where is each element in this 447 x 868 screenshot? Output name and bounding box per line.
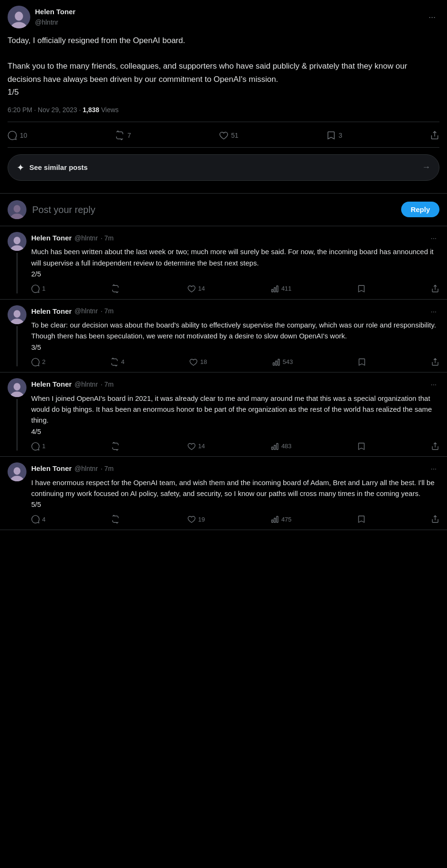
reply-views-action[interactable]: 543 — [272, 357, 293, 367]
thread-line — [17, 399, 18, 451]
svg-point-4 — [14, 237, 21, 244]
share-action[interactable] — [430, 131, 439, 140]
similar-posts-left: ✦ See similar posts — [17, 160, 88, 175]
svg-point-10 — [10, 319, 24, 324]
sparkle-icon: ✦ — [17, 160, 25, 175]
retweet-action[interactable]: 7 — [115, 131, 131, 141]
thread-line-container — [8, 462, 26, 524]
thread-line — [17, 326, 18, 367]
similar-posts-label: See similar posts — [29, 162, 88, 173]
reply-like-action[interactable]: 14 — [187, 442, 205, 451]
reply-like-count: 14 — [198, 442, 205, 451]
reply-text: I have enormous respect for the OpenAI t… — [31, 477, 439, 510]
thread-line — [17, 253, 18, 293]
comment-count: 10 — [20, 131, 27, 141]
reply-actions: 4 19 — [31, 515, 439, 524]
reply-display-name[interactable]: Helen Toner — [31, 306, 72, 317]
retweet-count: 7 — [127, 131, 131, 141]
display-name[interactable]: Helen Toner — [35, 7, 76, 18]
reply-header-left: Helen Toner @hlntnr · 7m — [31, 379, 114, 390]
arrow-right-icon: → — [422, 161, 430, 174]
reply-retweet-count: 4 — [121, 357, 124, 367]
reply-bookmark-action[interactable] — [357, 515, 366, 523]
reply-content: Helen Toner @hlntnr · 7m ··· Much has be… — [31, 232, 439, 293]
avatar — [8, 6, 30, 28]
reply-header-left: Helen Toner @hlntnr · 7m — [31, 306, 114, 317]
reply-comment-count: 1 — [42, 284, 45, 293]
reply-text: Much has been written about the last wee… — [31, 246, 439, 279]
reply-share-action[interactable] — [431, 284, 439, 293]
reply-handle[interactable]: @hlntnr — [75, 464, 98, 474]
more-icon[interactable]: ··· — [428, 462, 439, 475]
main-tweet: Helen Toner @hlntnr ··· Today, I officia… — [0, 0, 447, 194]
reply-like-action[interactable]: 14 — [187, 284, 205, 293]
reply-time: · 7m — [101, 380, 114, 390]
reply-display-name[interactable]: Helen Toner — [31, 379, 72, 390]
more-icon[interactable]: ··· — [428, 232, 439, 245]
reply-button[interactable]: Reply — [401, 202, 439, 217]
reply-retweet-action[interactable]: 4 — [110, 357, 124, 367]
more-icon[interactable]: ··· — [428, 305, 439, 318]
reply-comment-action[interactable]: 2 — [31, 357, 45, 367]
reply-header: Helen Toner @hlntnr · 7m ··· — [31, 462, 439, 475]
svg-point-19 — [14, 468, 21, 475]
reply-share-action[interactable] — [431, 358, 439, 366]
reply-retweet-action[interactable] — [111, 515, 122, 523]
reply-header-left: Helen Toner @hlntnr · 7m — [31, 233, 114, 244]
reply-header: Helen Toner @hlntnr · 7m ··· — [31, 232, 439, 245]
reply-like-action[interactable]: 18 — [189, 357, 207, 367]
reply-avatar — [8, 378, 26, 397]
reply-bookmark-action[interactable] — [357, 284, 366, 293]
thread-reply: Helen Toner @hlntnr · 7m ··· When I join… — [0, 372, 447, 457]
see-similar-posts-button[interactable]: ✦ See similar posts → — [8, 154, 439, 181]
reply-comment-action[interactable]: 1 — [31, 284, 45, 293]
handle[interactable]: @hlntnr — [35, 18, 76, 27]
tweet-header-left: Helen Toner @hlntnr — [8, 6, 76, 28]
reply-handle[interactable]: @hlntnr — [75, 233, 98, 243]
reply-bookmark-action[interactable] — [358, 358, 366, 366]
reply-views-action[interactable]: 475 — [271, 515, 292, 524]
svg-point-20 — [10, 476, 24, 482]
reply-share-action[interactable] — [431, 442, 439, 451]
tweet-meta: 6:20 PM · Nov 29, 2023 · 1,838 Views — [8, 105, 439, 122]
like-action[interactable]: 51 — [219, 131, 239, 141]
reply-content: Helen Toner @hlntnr · 7m ··· To be clear… — [31, 305, 439, 367]
reply-header-left: Helen Toner @hlntnr · 7m — [31, 463, 114, 474]
more-options-icon[interactable]: ··· — [425, 9, 439, 26]
reply-views-action[interactable]: 411 — [271, 284, 292, 293]
reply-like-count: 19 — [198, 515, 205, 524]
comment-action[interactable]: 10 — [8, 131, 27, 141]
reply-display-name[interactable]: Helen Toner — [31, 233, 72, 244]
reply-views-count: 483 — [281, 442, 292, 451]
bookmark-action[interactable]: 3 — [326, 131, 342, 141]
reply-bookmark-action[interactable] — [357, 442, 366, 451]
svg-rect-7 — [274, 288, 275, 292]
thread-line-container — [8, 305, 26, 367]
reply-time: · 7m — [101, 464, 114, 474]
reply-box: Post your reply Reply — [0, 194, 447, 226]
reply-like-action[interactable]: 19 — [187, 515, 205, 524]
svg-point-9 — [14, 310, 21, 318]
reply-handle[interactable]: @hlntnr — [75, 380, 98, 390]
svg-rect-21 — [272, 520, 273, 523]
svg-point-14 — [14, 383, 21, 391]
svg-rect-18 — [276, 443, 278, 450]
svg-rect-8 — [276, 286, 278, 292]
reply-text: When I joined OpenAI's board in 2021, it… — [31, 393, 439, 437]
reply-handle[interactable]: @hlntnr — [75, 306, 98, 316]
reply-comment-count: 4 — [42, 515, 45, 524]
reply-like-count: 18 — [200, 357, 207, 367]
reply-input[interactable]: Post your reply — [32, 203, 395, 217]
svg-rect-23 — [276, 516, 278, 523]
reply-comment-action[interactable]: 1 — [31, 442, 45, 451]
reply-retweet-action[interactable] — [111, 442, 122, 451]
like-count: 51 — [231, 131, 239, 141]
views-label: Views — [99, 106, 119, 114]
reply-comment-action[interactable]: 4 — [31, 515, 45, 524]
svg-rect-12 — [275, 361, 277, 365]
reply-retweet-action[interactable] — [111, 284, 122, 293]
reply-views-action[interactable]: 483 — [271, 442, 292, 451]
reply-share-action[interactable] — [431, 515, 439, 523]
more-icon[interactable]: ··· — [428, 378, 439, 391]
reply-display-name[interactable]: Helen Toner — [31, 463, 72, 474]
